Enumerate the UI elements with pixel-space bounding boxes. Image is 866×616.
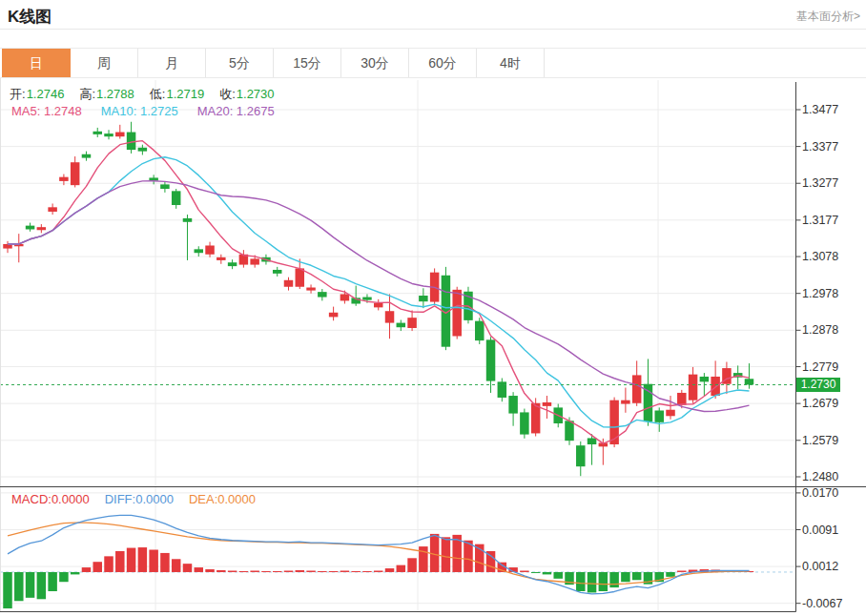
candle	[374, 303, 383, 308]
candle	[419, 296, 428, 301]
macd-bar	[632, 572, 642, 580]
candle	[666, 410, 675, 417]
candle	[115, 133, 125, 137]
candle	[498, 381, 507, 398]
tab-week[interactable]: 周	[71, 49, 138, 77]
macd-bar	[48, 572, 57, 591]
candle	[318, 292, 327, 297]
period-tabbar: 日 周 月 5分 15分 30分 60分 4时	[0, 48, 866, 78]
candle	[654, 410, 664, 421]
macd-bar	[666, 572, 675, 577]
macd-bar	[261, 571, 271, 572]
axis-tick-label: 1.2878	[802, 323, 838, 337]
ma10-legend: MA10: 1.2725	[101, 104, 178, 118]
macd-bar	[599, 572, 608, 591]
macd-bar	[318, 571, 327, 572]
macd-bar	[3, 572, 12, 608]
axis-tick-label: 0.0170	[802, 486, 838, 500]
candle	[745, 379, 754, 384]
ohlc-info: 开:1.2746高:1.2788低:1.2719收:1.2730	[10, 86, 290, 103]
macd-bar	[71, 572, 80, 574]
candle	[407, 318, 417, 328]
candle	[273, 270, 282, 274]
candle	[216, 257, 226, 260]
axis-tick-label: 1.3177	[802, 214, 838, 227]
candle	[284, 280, 294, 287]
macd-bar	[138, 547, 148, 572]
macd-bar	[442, 537, 451, 572]
candle	[26, 226, 34, 230]
macd-bar	[677, 570, 687, 571]
candle	[700, 377, 710, 381]
tab-60min[interactable]: 60分	[409, 49, 477, 77]
macd-bar	[296, 570, 305, 572]
tab-30min[interactable]: 30分	[341, 49, 409, 77]
macd-bar	[149, 550, 158, 572]
macd-bar	[14, 572, 23, 601]
macd-bar	[588, 572, 597, 592]
ma5-legend: MA5: 1.2748	[11, 104, 82, 118]
candle	[149, 177, 158, 180]
low-value: 1.2719	[166, 87, 204, 101]
candle	[71, 162, 80, 185]
macd-bar	[273, 571, 282, 572]
macd-bar	[543, 572, 552, 574]
axis-tick-label: 0.0091	[802, 524, 838, 537]
axis-tick-label: 1.2579	[802, 434, 838, 447]
macd-bar	[351, 571, 361, 572]
candle	[138, 148, 148, 152]
macd-bar	[284, 570, 294, 571]
candle	[48, 207, 57, 212]
macd-bar	[419, 546, 428, 572]
tab-4hour[interactable]: 4时	[477, 49, 545, 77]
axis-tick-label: 1.2679	[802, 397, 838, 410]
candle	[296, 268, 305, 286]
macd-bar	[59, 572, 69, 582]
macd-bar	[239, 571, 249, 572]
candle	[452, 290, 462, 337]
open-label: 开:	[10, 87, 26, 101]
candle	[711, 377, 720, 396]
macd-bar	[104, 556, 113, 572]
macd-bar	[576, 572, 586, 591]
axis-tick-label: 1.3277	[802, 176, 838, 190]
candle	[397, 323, 406, 328]
candle	[362, 298, 372, 300]
candle	[250, 258, 259, 264]
macd-bar	[205, 569, 215, 572]
axis-tick-label: 1.2779	[802, 360, 838, 374]
tab-month[interactable]: 月	[138, 49, 206, 77]
macd-bar	[82, 567, 92, 572]
candle	[588, 438, 597, 444]
tab-15min[interactable]: 15分	[274, 49, 341, 77]
macd-bar	[26, 572, 34, 598]
candle	[632, 375, 642, 402]
candle	[183, 218, 193, 222]
macd-bar	[553, 572, 563, 579]
macd-bar	[183, 564, 193, 572]
candle	[543, 402, 552, 406]
macd-bar	[362, 571, 372, 572]
tab-day[interactable]: 日	[2, 49, 71, 77]
macd-bar	[250, 570, 259, 571]
open-value: 1.2746	[27, 87, 65, 101]
diff-legend-value: DIFF:0.0000	[105, 492, 174, 506]
ma20-legend: MA20: 1.2675	[197, 104, 275, 118]
candle	[677, 393, 687, 405]
macd-bar	[397, 565, 406, 572]
axis-tick-label: 1.2480	[802, 470, 838, 483]
candle	[306, 288, 316, 291]
close-label: 收:	[219, 87, 236, 101]
last-price-badge: 1.2730	[796, 378, 840, 392]
dea-legend-value: DEA:0.0000	[189, 492, 256, 506]
macd-bar	[329, 571, 339, 572]
candle	[59, 177, 69, 181]
candle	[385, 311, 395, 322]
macd-bar	[374, 570, 383, 571]
tab-5min[interactable]: 5分	[206, 49, 274, 77]
axis-tick-label: 1.3377	[802, 140, 838, 154]
macd-bar	[115, 551, 125, 572]
candle	[508, 396, 518, 414]
macd-bar	[172, 559, 181, 572]
candle	[104, 133, 113, 136]
